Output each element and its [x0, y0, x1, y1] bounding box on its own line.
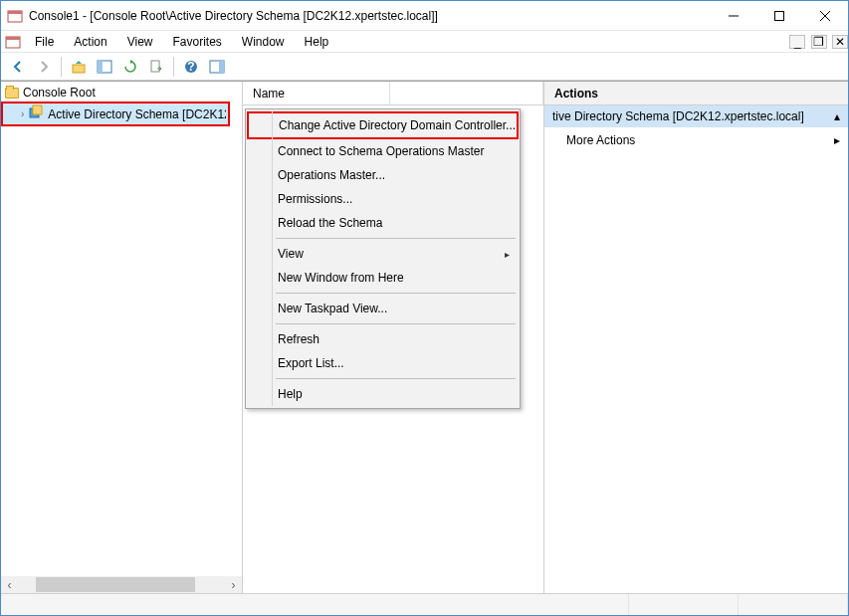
svg-rect-7: [6, 37, 20, 40]
svg-rect-8: [73, 65, 85, 73]
close-button[interactable]: [802, 1, 848, 31]
tree-ad-schema-node[interactable]: › Active Directory Schema [DC2K12.: [1, 102, 230, 126]
status-cell-3: [739, 594, 848, 615]
forward-button[interactable]: [33, 56, 55, 78]
mdi-app-icon: [5, 34, 21, 50]
list-header: Name: [243, 82, 543, 105]
mdi-controls: _ ❐ ✕: [787, 35, 848, 49]
status-cell-2: [629, 594, 739, 615]
mdi-minimize-button[interactable]: _: [789, 35, 805, 49]
show-hide-action-pane-button[interactable]: [206, 56, 228, 78]
ctx-permissions[interactable]: Permissions...: [248, 187, 518, 211]
ctx-connect-master[interactable]: Connect to Schema Operations Master: [248, 139, 518, 163]
ctx-help[interactable]: Help: [248, 382, 518, 406]
ad-schema-icon: [28, 104, 44, 123]
app-icon: [7, 8, 23, 24]
horizontal-scrollbar[interactable]: ‹ ›: [1, 576, 242, 593]
actions-pane: Actions tive Directory Schema [DC2K12.xp…: [544, 82, 848, 593]
menubar: File Action View Favorites Window Help _…: [1, 31, 848, 53]
back-button[interactable]: [7, 56, 29, 78]
ctx-new-window[interactable]: New Window from Here: [248, 266, 518, 290]
mdi-restore-button[interactable]: ❐: [811, 35, 827, 49]
menu-file[interactable]: File: [25, 33, 64, 51]
scroll-left-arrow[interactable]: ‹: [1, 576, 18, 593]
menu-window[interactable]: Window: [232, 33, 295, 51]
mdi-close-button[interactable]: ✕: [832, 35, 848, 49]
ctx-view[interactable]: View: [248, 242, 518, 266]
actions-header: Actions: [544, 82, 848, 105]
help-button[interactable]: ?: [180, 56, 202, 78]
status-cell-1: [1, 594, 629, 615]
tree-root-node[interactable]: Console Root: [1, 84, 242, 102]
submenu-arrow-icon: ▸: [834, 133, 840, 147]
export-button[interactable]: [145, 56, 167, 78]
actions-more[interactable]: More Actions ▸: [544, 127, 848, 153]
actions-topic-label: tive Directory Schema [DC2K12.xpertstec.…: [552, 109, 804, 123]
menu-favorites[interactable]: Favorites: [163, 33, 232, 51]
ctx-separator: [276, 378, 516, 379]
ctx-change-dc[interactable]: Change Active Directory Domain Controlle…: [249, 113, 517, 137]
svg-rect-15: [219, 61, 224, 73]
toolbar: ?: [1, 53, 848, 81]
column-blank[interactable]: [390, 82, 543, 104]
actions-topic[interactable]: tive Directory Schema [DC2K12.xpertstec.…: [544, 105, 848, 127]
menu-help[interactable]: Help: [295, 33, 339, 51]
scroll-right-arrow[interactable]: ›: [225, 576, 242, 593]
column-name[interactable]: Name: [243, 82, 390, 104]
ctx-new-taskpad[interactable]: New Taskpad View...: [248, 297, 518, 320]
actions-more-label: More Actions: [566, 133, 635, 147]
titlebar: Console1 - [Console Root\Active Director…: [1, 1, 848, 31]
maximize-button[interactable]: [756, 1, 802, 31]
folder-icon: [5, 88, 19, 99]
svg-rect-1: [8, 11, 22, 14]
ctx-operations-master[interactable]: Operations Master...: [248, 163, 518, 187]
svg-rect-11: [151, 61, 159, 72]
svg-rect-17: [33, 105, 42, 114]
refresh-button[interactable]: [119, 56, 141, 78]
tree-pane: Console Root › Active Directory Schema […: [1, 82, 243, 593]
window-title: Console1 - [Console Root\Active Director…: [29, 9, 711, 23]
tree-root-label: Console Root: [23, 86, 96, 100]
tree-child-label: Active Directory Schema [DC2K12.: [48, 107, 226, 121]
svg-rect-3: [775, 11, 784, 20]
ctx-refresh[interactable]: Refresh: [248, 327, 518, 351]
menu-action[interactable]: Action: [64, 33, 116, 51]
svg-text:?: ?: [187, 60, 194, 74]
context-menu: Change Active Directory Domain Controlle…: [245, 108, 521, 409]
collapse-arrow-icon: ▴: [834, 109, 840, 123]
show-hide-tree-button[interactable]: [94, 56, 115, 78]
ctx-reload-schema[interactable]: Reload the Schema: [248, 211, 518, 235]
scrollbar-thumb[interactable]: [36, 577, 195, 592]
menu-view[interactable]: View: [117, 33, 163, 51]
expand-chevron-icon[interactable]: ›: [21, 108, 24, 119]
ctx-separator: [276, 293, 516, 294]
ctx-export-list[interactable]: Export List...: [248, 351, 518, 375]
svg-rect-10: [98, 61, 103, 73]
up-button[interactable]: [68, 56, 90, 78]
ctx-separator: [276, 323, 516, 324]
statusbar: [1, 593, 848, 615]
minimize-button[interactable]: [711, 1, 756, 31]
ctx-separator: [276, 238, 516, 239]
